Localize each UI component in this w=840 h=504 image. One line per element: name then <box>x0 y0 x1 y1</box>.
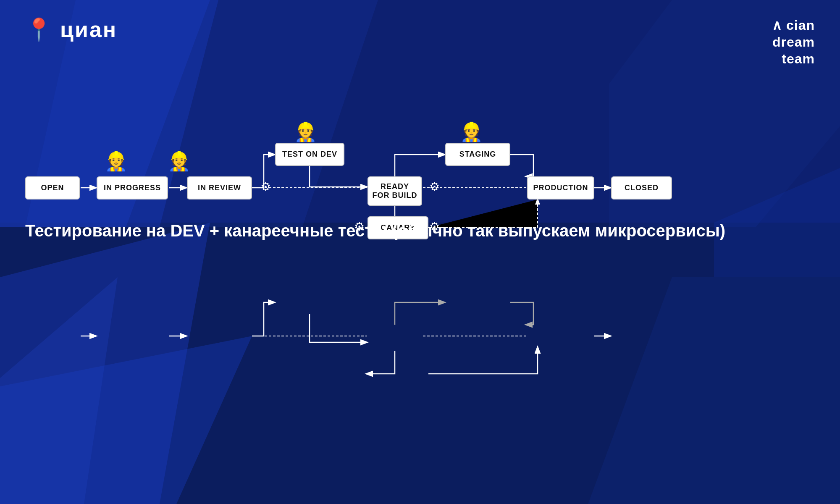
diagram2: 👷 👷 👷 👷 ⚙ ⚙ ⚙ ⚙ OPEN IN PROGRESS IN REVI… <box>0 269 840 487</box>
gear-icon-d1-1: ⚙ <box>260 180 271 194</box>
worker-icon-d1-1: 👷 <box>105 152 128 171</box>
d1-node-staging: STAGING <box>445 143 510 166</box>
section-title: Тестирование на DEV + канареечные тесты … <box>25 221 725 240</box>
d1-node-testondev: TEST ON DEV <box>275 143 344 166</box>
d1-node-open: OPEN <box>25 176 80 200</box>
gear-icon-d1-2: ⚙ <box>429 180 440 194</box>
worker-icon-d1-3: 👷 <box>294 123 317 141</box>
logo-cian-text: циан <box>60 17 117 42</box>
d1-node-rfb: READY FOR BUILD <box>368 176 422 206</box>
logo-cian: 📍 циан <box>25 17 117 42</box>
logo-right-dream: dream <box>772 34 815 50</box>
d1-node-inprogress: IN PROGRESS <box>97 176 168 200</box>
worker-icon-d1-2: 👷 <box>168 152 191 171</box>
worker-icon-d1-4: 👷 <box>460 123 483 141</box>
logo-right-cian: cian <box>786 18 815 33</box>
d1-node-inreview: IN REVIEW <box>187 176 252 200</box>
d1-node-production: PRODUCTION <box>527 176 594 200</box>
diagram1: 👷 👷 👷 👷 ⚙ ⚙ ⚙ ⚙ OPEN IN PROGRESS IN REVI… <box>0 55 840 273</box>
d1-node-closed: CLOSED <box>611 176 672 200</box>
cian-pin-icon: 📍 <box>25 18 52 40</box>
logo-caret: ∧ <box>772 18 786 33</box>
